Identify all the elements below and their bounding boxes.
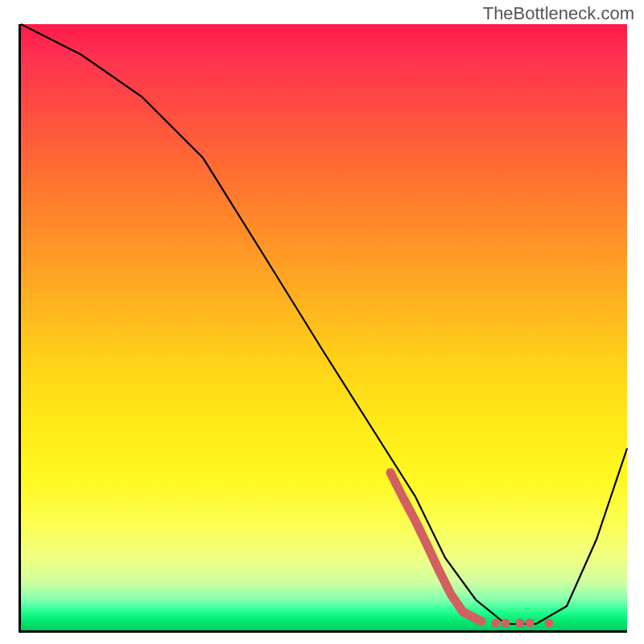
chart-plot-area	[19, 24, 627, 633]
watermark-text: TheBottleneck.com	[483, 3, 634, 24]
chart-container: TheBottleneck.com	[0, 0, 644, 644]
svg-point-4	[545, 619, 554, 628]
svg-point-0	[492, 619, 501, 628]
svg-point-3	[526, 619, 535, 628]
svg-point-2	[516, 619, 525, 628]
chart-svg	[21, 24, 627, 630]
svg-point-1	[502, 619, 510, 628]
bottleneck-curve-line	[21, 24, 627, 624]
